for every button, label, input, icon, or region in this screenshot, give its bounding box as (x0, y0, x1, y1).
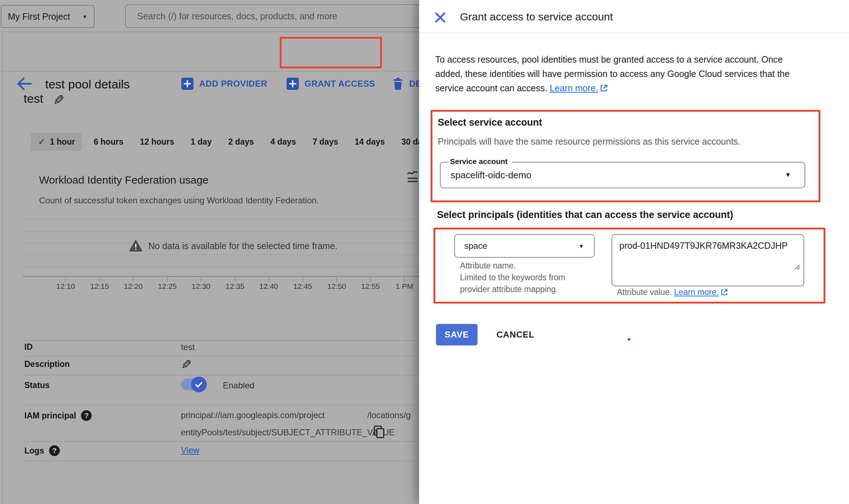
project-dropdown-caret-icon: ▼ (82, 14, 87, 20)
page-left-edge (2, 32, 3, 504)
tab-14-days[interactable]: 14 days (355, 137, 385, 147)
id-value: test (181, 342, 195, 352)
no-data-warning: No data is available for the selected ti… (129, 240, 337, 252)
service-account-select[interactable]: Service account spacelift-oidc-demo ▼ (440, 162, 805, 188)
attribute-value-field: prod-01HND497T9JKR76MR3KA2CDJHP (611, 234, 804, 286)
panel-description: To access resources, pool identities mus… (435, 52, 795, 95)
pool-name: test (24, 92, 43, 106)
x-tick-label: 12:15 (83, 282, 116, 291)
add-icon (287, 78, 299, 90)
back-icon[interactable] (16, 77, 32, 91)
project-selector-label: My First Project (8, 11, 70, 22)
attribute-value-input[interactable]: prod-01HND497T9JKR76MR3KA2CDJHP (612, 235, 804, 286)
external-link-icon (600, 84, 608, 92)
attribute-name-value: space (464, 241, 487, 251)
iam-principal-value-line2: entityPools/test/subject/SUBJECT_ATTRIBU… (181, 427, 395, 437)
learn-more-link[interactable]: Learn more. (550, 83, 598, 93)
copy-icon[interactable] (373, 425, 385, 439)
search-input[interactable] (126, 11, 447, 21)
attribute-name-select[interactable]: space ▼ (454, 234, 595, 258)
check-icon: ✓ (38, 137, 45, 147)
learn-more-link[interactable]: Learn more. (674, 287, 719, 297)
annotation-dot (628, 338, 630, 341)
warning-icon (129, 240, 143, 252)
service-account-field-value: spacelift-oidc-demo (451, 170, 531, 181)
project-selector[interactable]: My First Project ▼ (1, 5, 95, 28)
grant-access-button[interactable]: GRANT ACCESS (287, 77, 375, 91)
x-tick-label: 12:55 (354, 282, 387, 291)
tab-12-hours[interactable]: 12 hours (140, 137, 174, 147)
logs-view-link[interactable]: View (181, 445, 200, 455)
chart-subtitle: Count of successful token exchanges usin… (39, 195, 319, 205)
logs-label: Logs ? (24, 445, 60, 456)
x-tick-label: 12:35 (218, 282, 252, 291)
id-label: ID (24, 342, 33, 352)
status-label: Status (24, 381, 49, 390)
cancel-button[interactable]: CANCEL (491, 324, 540, 345)
x-tick-label: 12:40 (252, 282, 286, 291)
iam-principal-value-line1-suffix: /locations/g (367, 410, 411, 420)
status-toggle[interactable] (181, 379, 205, 390)
x-tick-label: 12:10 (49, 282, 82, 291)
add-icon (181, 78, 193, 90)
add-provider-button[interactable]: ADD PROVIDER (181, 77, 267, 91)
chart-tick-marks (65, 276, 406, 282)
chevron-down-icon: ▼ (785, 171, 791, 179)
edit-description-icon[interactable]: ✎ (181, 357, 192, 372)
external-link-icon (721, 289, 728, 296)
help-icon[interactable]: ? (81, 410, 92, 421)
status-value: Enabled (223, 381, 254, 391)
x-tick-label: 12:30 (184, 282, 218, 291)
service-account-field-label: Service account (449, 157, 512, 166)
chevron-down-icon: ▼ (579, 243, 584, 249)
toggle-thumb (191, 377, 207, 392)
tab-7-days[interactable]: 7 days (312, 137, 338, 147)
tab-6-hours[interactable]: 6 hours (93, 137, 123, 147)
select-service-account-subtext: Principals will have the same resource p… (438, 136, 740, 147)
chart-title: Workload Identity Federation usage (39, 174, 208, 186)
attribute-name-helper: Attribute name. Limited to the keywords … (460, 260, 580, 295)
no-data-message: No data is available for the selected ti… (148, 241, 337, 251)
global-search[interactable] (125, 4, 447, 28)
x-tick-label: 12:45 (286, 282, 320, 291)
tab-2-days[interactable]: 2 days (228, 137, 254, 147)
help-icon[interactable]: ? (49, 445, 60, 456)
grant-access-panel: Grant access to service account To acces… (419, 0, 849, 504)
attribute-value-helper: Attribute value. Learn more. (617, 286, 728, 298)
description-label: Description (24, 359, 70, 369)
edit-pool-icon[interactable]: ✎ (53, 92, 64, 108)
gcp-console-screen: My First Project ▼ test pool details ADD… (0, 0, 849, 504)
iam-principal-label: IAM principal ? (24, 410, 92, 421)
tab-1-hour[interactable]: ✓ 1 hour (31, 133, 82, 151)
select-service-account-heading: Select service account (438, 117, 542, 128)
select-principals-heading: Select principals (identities that can a… (437, 209, 733, 220)
save-button[interactable]: SAVE (436, 324, 478, 345)
trash-icon (393, 77, 403, 91)
tab-1-day[interactable]: 1 day (191, 137, 212, 147)
x-tick-label: 12:20 (116, 282, 150, 291)
panel-title: Grant access to service account (460, 11, 613, 23)
iam-principal-value-line1: principal://iam.googleapis.com/project (181, 410, 325, 420)
panel-divider (419, 33, 849, 33)
x-tick-label: 12:50 (320, 282, 354, 291)
tab-4-days[interactable]: 4 days (270, 137, 296, 147)
page-title: test pool details (45, 77, 130, 91)
resize-handle-icon[interactable] (794, 263, 801, 271)
close-icon[interactable] (433, 11, 447, 24)
x-tick-label: 1 PM (388, 282, 421, 291)
check-icon (195, 381, 203, 388)
x-tick-label: 12:25 (150, 282, 184, 291)
